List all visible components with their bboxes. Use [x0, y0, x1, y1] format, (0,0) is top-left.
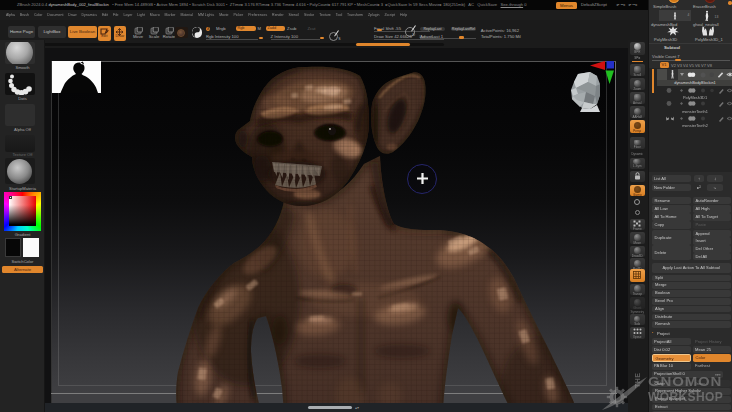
svg-text:13: 13 — [715, 15, 719, 19]
svg-text:4: 4 — [688, 12, 690, 16]
